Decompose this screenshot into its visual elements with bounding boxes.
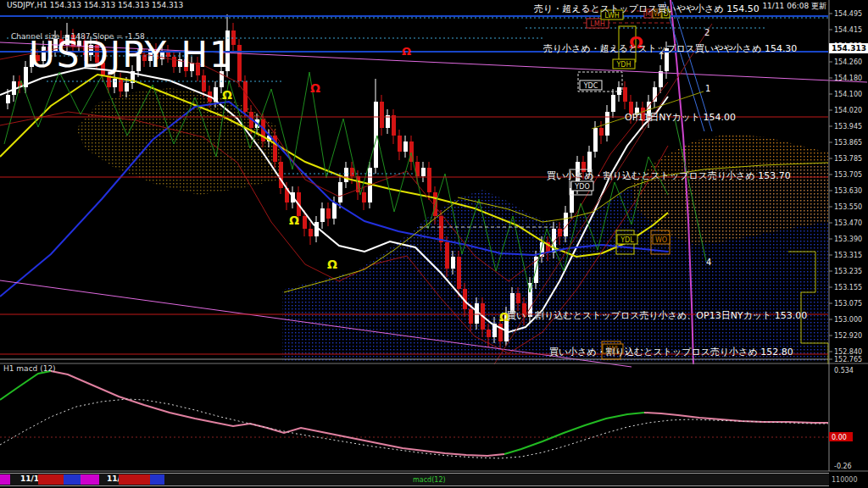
candle	[469, 309, 473, 324]
candle	[457, 257, 461, 289]
candle	[421, 168, 426, 176]
osc-main-line	[51, 371, 504, 456]
price-axis-label: 153.075	[834, 300, 862, 308]
sub-indicator-pane: 0.5340.00-0.26	[0, 367, 854, 470]
ohlc-quote-line: USDJPY,H1 154.313 154.313 154.313 154.31…	[7, 1, 183, 9]
label-box-text: LMH	[590, 20, 604, 28]
omega-mark-icon: Ω	[327, 258, 337, 271]
annotation-buy-15370: 買い小さめ・割り込むとストップロス売り小さめ 153.70	[547, 169, 791, 182]
price-axis-label: 153.000	[834, 316, 862, 324]
price-axis-label: 153.865	[834, 139, 862, 147]
candle	[451, 257, 455, 269]
chart-window: USDJPY H1 LMHLWHMWDYDHYDCYDOYDLWOLWLΩΩΩΩ…	[0, 0, 868, 488]
session-segment	[0, 474, 10, 485]
candle	[392, 115, 396, 136]
candle	[350, 168, 354, 176]
price-axis-label: 153.315	[834, 252, 862, 259]
omega-mark-icon: Ω	[402, 45, 411, 58]
omega-mark-icon: Ω	[222, 88, 232, 102]
candle	[344, 168, 348, 182]
candle	[659, 71, 663, 87]
candle	[332, 202, 337, 219]
candle	[409, 141, 414, 162]
price-axis-label: 153.390	[834, 236, 862, 243]
candle	[303, 216, 307, 229]
sub-axis-min: -0.26	[834, 463, 852, 470]
osc-main-line	[504, 413, 644, 454]
bar-indicator-label: macd(12)	[413, 476, 446, 484]
channel-info-label: Channel size = 1487 Slope = -1.58	[11, 32, 145, 41]
candle	[338, 182, 342, 202]
candle	[380, 102, 384, 128]
candle	[498, 324, 503, 341]
osc-main-line	[0, 371, 51, 400]
price-axis-label: 153.155	[834, 284, 862, 291]
wave-number-2: 2	[704, 28, 709, 37]
omega-mark-icon: Ω	[289, 214, 299, 227]
label-box-text: YDL	[620, 236, 634, 244]
candle	[202, 75, 206, 92]
annotation-sell-15450: 売り・超えるとストップロス買いやや小さめ 154.50	[534, 3, 760, 15]
label-box-text: WO	[655, 236, 667, 244]
label-box-text: YDO	[574, 183, 589, 191]
candle	[362, 192, 366, 202]
price-axis-label: 153.470	[834, 219, 862, 227]
candle	[119, 79, 123, 92]
pane-separators	[0, 363, 868, 471]
cloud-khaki-left	[76, 88, 280, 195]
wave-number-1: 1	[705, 84, 710, 93]
candle	[113, 79, 117, 87]
session-segment	[64, 474, 81, 485]
candle	[439, 216, 443, 242]
candle	[125, 83, 129, 92]
sub-zero-text: 0.00	[832, 434, 847, 441]
price-axis-label: 153.785	[834, 155, 862, 163]
price-axis-label: 154.100	[834, 91, 862, 98]
sub-indicator-label: H1 macd (12)	[3, 364, 56, 373]
update-time-label: 11/11 06:08 更新	[762, 1, 826, 12]
candle	[623, 87, 627, 102]
price-axis-label: 153.235	[834, 268, 862, 275]
annotation-buy-15280: 買い小さめ・割り込むとストップロス売り小さめ 152.80	[549, 346, 793, 358]
candle	[326, 208, 331, 219]
price-axis[interactable]: 154.495154.415154.335154.260154.180154.1…	[829, 0, 868, 471]
price-axis-label: 153.550	[834, 203, 862, 211]
candle	[653, 87, 657, 102]
annotation-buy-15300: 買い・割り込むとストップロス売り小さめ、OP13日NYカット 153.00	[507, 309, 807, 322]
current-price-text: 154.313	[832, 44, 866, 53]
candle	[570, 188, 574, 213]
candle	[445, 242, 449, 269]
price-axis-label: 153.705	[834, 171, 862, 179]
price-axis-label: 153.945	[834, 123, 862, 130]
wave-number-4: 4	[706, 258, 711, 267]
annotation-sell-15430: 売り小さめ・超えるとストップロス買いやや小さめ 154.30	[543, 42, 797, 55]
annotation-op-15400: OP11日NYカット 154.00	[625, 111, 736, 124]
label-box-text: YDH	[615, 61, 631, 69]
candle	[320, 208, 325, 222]
price-axis-label: 152.765	[834, 356, 862, 363]
session-timeline-bar[interactable]: 11/10 11/11 macd(12)	[0, 473, 829, 486]
candle	[403, 141, 408, 152]
candle	[237, 45, 242, 81]
candle	[516, 293, 520, 303]
candle	[398, 136, 402, 152]
volume-scale-label: 110000	[832, 476, 858, 484]
candle	[487, 330, 491, 337]
candle	[309, 229, 313, 236]
omega-mark-icon: Ω	[310, 81, 320, 95]
candle	[6, 95, 10, 103]
candle	[374, 102, 378, 168]
session-segment	[119, 474, 150, 485]
price-axis-label: 154.260	[834, 58, 862, 66]
sub-axis-max: 0.534	[834, 367, 854, 374]
price-axis-label: 152.920	[834, 332, 862, 340]
price-axis-label: 152.840	[834, 348, 862, 356]
price-axis-label: 153.630	[834, 187, 862, 195]
osc-main-line	[644, 413, 828, 423]
candle	[611, 95, 615, 112]
candle	[427, 168, 431, 192]
candle	[593, 128, 598, 152]
price-axis-label: 154.020	[834, 107, 862, 114]
candle	[279, 162, 283, 188]
candle	[599, 128, 604, 136]
